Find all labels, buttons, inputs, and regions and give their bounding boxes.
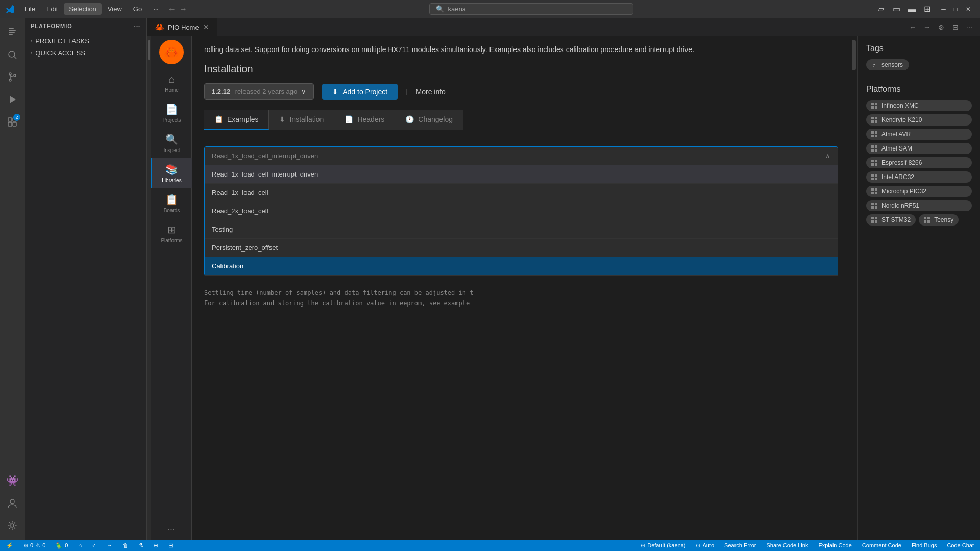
- platform-st-stm32[interactable]: ST STM32: [866, 214, 916, 226]
- sidebar-item-settings[interactable]: [2, 515, 22, 536]
- scroll-thumb[interactable]: [852, 40, 856, 70]
- pio-more-button[interactable]: ···: [162, 518, 181, 540]
- global-search-box[interactable]: 🔍 kaena: [429, 3, 633, 15]
- maximize-button[interactable]: □: [950, 6, 962, 13]
- dropdown-item-read-1x[interactable]: Read_1x_load_cell: [205, 184, 838, 202]
- sidebar-item-explorer[interactable]: [2, 22, 22, 42]
- nav-back[interactable]: ←: [168, 5, 176, 14]
- menu-edit[interactable]: Edit: [41, 3, 63, 15]
- tab-close-icon[interactable]: ✕: [203, 23, 209, 31]
- status-comment-code[interactable]: Comment Code: [860, 542, 903, 548]
- svg-rect-0: [9, 28, 14, 29]
- status-errors[interactable]: ⊗ 0 ⚠ 0: [21, 542, 47, 549]
- version-selector[interactable]: 1.2.12 released 2 years ago ∨: [204, 83, 314, 100]
- status-flask[interactable]: ⚗: [136, 542, 145, 549]
- menu-more[interactable]: ···: [148, 3, 164, 15]
- status-arrow[interactable]: →: [105, 542, 114, 548]
- tab-changelog[interactable]: 🕐 Changelog: [395, 110, 463, 130]
- tab-pio-home[interactable]: 🦀 PIO Home ✕: [147, 18, 218, 36]
- platform-atmel-sam[interactable]: Atmel SAM: [866, 143, 972, 154]
- sidebar-item-platformio[interactable]: 👾: [2, 470, 22, 491]
- tab-headers[interactable]: 📄 Headers: [334, 110, 395, 130]
- tab-nav-next[interactable]: →: [921, 21, 933, 33]
- tab-split[interactable]: ⊗: [935, 21, 947, 33]
- status-trash[interactable]: 🗑: [120, 542, 130, 548]
- code-preview: Settling time (number of samples) and da…: [192, 284, 850, 312]
- status-search-error[interactable]: Search Error: [722, 542, 758, 548]
- changelog-label: Changelog: [418, 115, 453, 123]
- sidebar-item-project-tasks[interactable]: › PROJECT TASKS: [24, 35, 146, 47]
- status-auto[interactable]: ⊙ Auto: [694, 542, 716, 549]
- pio-nav-inspect[interactable]: 🔍 Inspect: [151, 128, 192, 158]
- tab-nav-prev[interactable]: ←: [906, 21, 919, 33]
- platform-kendryte-k210[interactable]: Kendryte K210: [866, 114, 972, 126]
- layout-sidebar[interactable]: ▱: [875, 3, 887, 15]
- menu-file[interactable]: File: [19, 3, 40, 15]
- content-scrollbar[interactable]: [850, 36, 857, 540]
- platform-microchip-pic32[interactable]: Microchip PIC32: [866, 186, 972, 197]
- svg-point-15: [10, 499, 14, 504]
- tab-installation[interactable]: ⬇ Installation: [269, 110, 334, 130]
- pio-nav-libraries[interactable]: 📚 Libraries: [151, 158, 192, 188]
- platform-intel-arc32[interactable]: Intel ARC32: [866, 171, 972, 183]
- platform-infineon-xmc[interactable]: Infineon XMC: [866, 100, 972, 111]
- status-branch[interactable]: ⊛ Default (kaena): [639, 542, 688, 549]
- dropdown-item-read-2x[interactable]: Read_2x_load_cell: [205, 202, 838, 220]
- tag-sensors[interactable]: 🏷 sensors: [866, 59, 909, 70]
- platform-espressif-8266[interactable]: Espressif 8266: [866, 157, 972, 168]
- nav-forward[interactable]: →: [179, 5, 187, 14]
- platform-teensy[interactable]: Teensy: [919, 214, 959, 226]
- tab-examples[interactable]: 📋 Examples: [204, 110, 269, 130]
- platform-atmel-avr[interactable]: Atmel AVR: [866, 129, 972, 140]
- sidebar-menu[interactable]: ···: [134, 23, 140, 29]
- pio-nav-boards-label: Boards: [164, 208, 180, 213]
- examples-dropdown[interactable]: Read_1x_load_cell_interrupt_driven ∧ Rea…: [204, 146, 838, 276]
- tab-inline[interactable]: ⊟: [949, 21, 962, 33]
- sidebar-item-account[interactable]: [2, 493, 22, 513]
- dropdown-item-calibration[interactable]: Calibration: [205, 257, 838, 276]
- sidebar-item-quick-access[interactable]: › QUICK ACCESS: [24, 47, 146, 59]
- dropdown-selected-item[interactable]: Read_1x_load_cell_interrupt_driven ∧: [205, 147, 838, 165]
- platforms-row: ST STM32 Teensy: [866, 214, 972, 226]
- add-to-project-button[interactable]: ⬇ Add to Project: [322, 84, 398, 100]
- menu-bar[interactable]: File Edit Selection View Go ···: [19, 3, 164, 15]
- sidebar-item-search[interactable]: [2, 44, 22, 65]
- flask-icon: ⚗: [138, 542, 143, 549]
- status-check[interactable]: ✓: [90, 542, 99, 549]
- home-icon: ⌂: [168, 73, 175, 85]
- menu-selection[interactable]: Selection: [64, 3, 101, 15]
- status-find-bugs[interactable]: Find Bugs: [910, 542, 939, 548]
- status-explain-code[interactable]: Explain Code: [816, 542, 853, 548]
- search-icon: 🔍: [436, 5, 444, 13]
- minimize-button[interactable]: ─: [937, 6, 950, 13]
- close-button[interactable]: ✕: [962, 6, 975, 13]
- pio-nav-projects[interactable]: 📄 Projects: [151, 98, 192, 128]
- menu-view[interactable]: View: [103, 3, 127, 15]
- dropdown-item-persistent[interactable]: Persistent_zero_offset: [205, 239, 838, 257]
- grid-icon: [871, 203, 877, 209]
- layout-panel[interactable]: ▭: [890, 3, 902, 15]
- status-pio[interactable]: 🦜 0: [54, 542, 70, 549]
- tab-label: PIO Home: [168, 23, 199, 31]
- layout-grid[interactable]: ⊞: [921, 3, 933, 15]
- sidebar-item-source-control[interactable]: [2, 67, 22, 87]
- tab-more[interactable]: ···: [964, 21, 976, 33]
- dropdown-item-testing[interactable]: Testing: [205, 220, 838, 239]
- sidebar-item-extensions[interactable]: 2: [2, 112, 22, 132]
- more-info-link[interactable]: More info: [416, 88, 446, 96]
- status-share-code[interactable]: Share Code Link: [764, 542, 810, 548]
- status-code-chat[interactable]: Code Chat: [945, 542, 976, 548]
- pio-nav-home[interactable]: ⌂ Home: [151, 68, 192, 98]
- pio-nav-platforms[interactable]: ⊞ Platforms: [151, 218, 192, 248]
- status-home[interactable]: ⌂: [76, 542, 84, 548]
- status-cpu[interactable]: ⊟: [166, 542, 175, 549]
- sidebar-item-run[interactable]: [2, 89, 22, 110]
- dropdown-item-read-1x-interrupt[interactable]: Read_1x_load_cell_interrupt_driven: [205, 165, 838, 184]
- menu-go[interactable]: Go: [128, 3, 147, 15]
- layout-controls: ▱ ▭ ▬ ⊞: [875, 3, 933, 15]
- layout-split[interactable]: ▬: [905, 3, 918, 15]
- pio-nav-boards[interactable]: 📋 Boards: [151, 188, 192, 218]
- platform-nordic-nrf51[interactable]: Nordic nRF51: [866, 200, 972, 211]
- status-remote[interactable]: ⚡: [4, 542, 15, 549]
- status-pin[interactable]: ⊕: [152, 542, 160, 549]
